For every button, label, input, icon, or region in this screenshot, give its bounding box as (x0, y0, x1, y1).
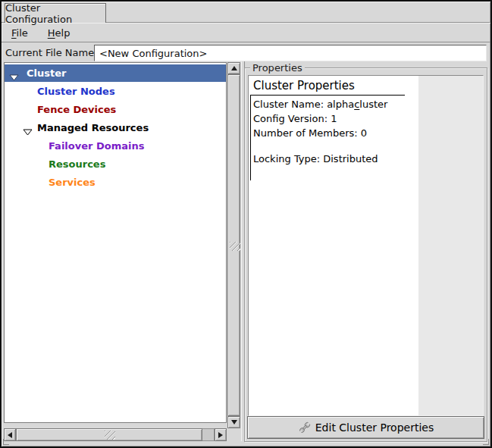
scroll-left-icon (8, 432, 12, 438)
scroll-up-button[interactable] (227, 62, 240, 74)
menubar: File Help (2, 23, 490, 42)
menu-help[interactable]: Help (48, 27, 71, 39)
tree-item-label: Resources (49, 155, 105, 173)
scroll-right-icon (218, 432, 223, 438)
vertical-scrollbar-thumb[interactable] (227, 74, 240, 416)
heading-underline (250, 95, 405, 96)
scroll-up-icon (231, 66, 237, 70)
window-resize-grip-right[interactable] (483, 439, 489, 445)
scroll-down-button[interactable] (227, 416, 240, 428)
tree-item-fence-devices[interactable]: Fence Devices (5, 101, 226, 118)
tree-item-label: Cluster (27, 64, 66, 82)
locking-type-line: Locking Type: Distributed (253, 153, 378, 164)
scroll-down-icon (231, 420, 237, 425)
tree-item-label: Cluster Nodes (37, 83, 115, 100)
tree-item-label: Fence Devices (37, 101, 116, 118)
properties-viewport: Cluster Properties Cluster Name: alphacl… (248, 75, 484, 416)
properties-heading: Cluster Properties (253, 79, 355, 92)
config-version-line: Config Version: 1 (253, 113, 337, 124)
cluster-configuration-window: Cluster Configuration File Help Current … (0, 0, 492, 448)
left-rule (250, 95, 251, 180)
scroll-right-button[interactable] (215, 428, 227, 441)
tree-item-failover-domains[interactable]: Failover Domains (5, 137, 226, 155)
tree-item-cluster-nodes[interactable]: Cluster Nodes (5, 83, 226, 100)
current-file-name-label: Current File Name: (5, 43, 98, 62)
tree-item-label: Services (49, 174, 96, 191)
tab-label: Cluster Configuration (5, 2, 105, 25)
edit-cluster-properties-button[interactable]: Edit Cluster Properties (247, 416, 484, 439)
tree-item-services[interactable]: Services (5, 174, 226, 191)
tree-horizontal-scrollbar[interactable] (4, 428, 227, 441)
properties-canvas: Cluster Properties Cluster Name: alphacl… (249, 76, 418, 415)
horizontal-scrollbar-thumb[interactable] (16, 428, 202, 441)
tree-item-managed-resources[interactable]: Managed Resources (5, 119, 226, 136)
tab-cluster-configuration[interactable]: Cluster Configuration (5, 3, 106, 23)
current-file-name-value: <New Configuration> (99, 48, 207, 59)
cluster-name-line: Cluster Name: alphacluster (253, 99, 387, 110)
members-line: Number of Members: 0 (253, 127, 367, 139)
scrollbar-grip-icon (230, 242, 240, 251)
properties-frame: Cluster Properties Cluster Name: alphacl… (244, 67, 487, 442)
tree-item-label: Managed Resources (37, 119, 149, 136)
current-file-name-input[interactable]: <New Configuration> (94, 45, 487, 61)
window-resize-grip-left[interactable] (3, 439, 9, 445)
properties-frame-title: Properties (250, 62, 305, 74)
tree-item-cluster[interactable]: Cluster (5, 64, 226, 82)
tree-item-resources[interactable]: Resources (5, 155, 226, 173)
expander-down-icon[interactable] (9, 70, 19, 77)
scrollbar-grip-icon (105, 431, 115, 440)
wrench-icon (298, 421, 312, 434)
expander-down-icon[interactable] (23, 124, 33, 131)
menu-file[interactable]: File (11, 27, 28, 39)
cluster-tree: Cluster Cluster Nodes Fence Devices Mana… (4, 62, 227, 423)
tree-item-label: Failover Domains (49, 137, 144, 155)
edit-button-label: Edit Cluster Properties (315, 421, 434, 434)
tree-vertical-scrollbar[interactable] (227, 62, 240, 428)
